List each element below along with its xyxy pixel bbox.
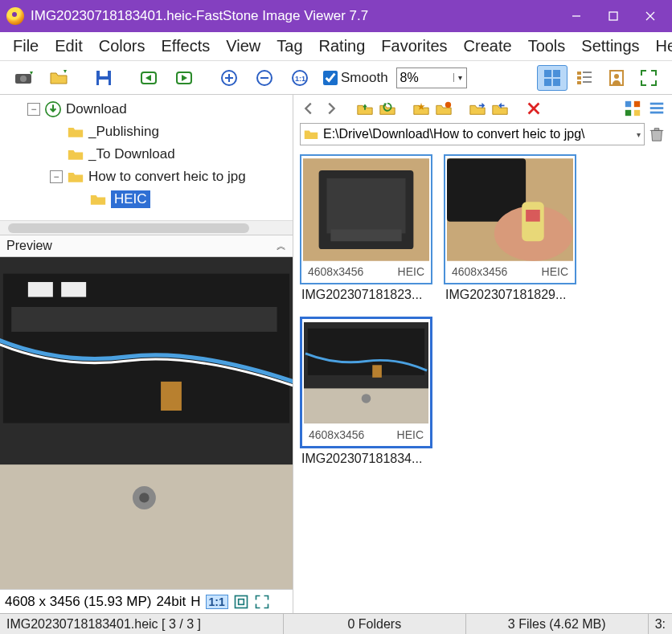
smooth-checkbox[interactable] [323, 71, 338, 85]
fit-window-icon[interactable] [233, 594, 249, 610]
menu-effects[interactable]: Effects [154, 34, 219, 59]
menu-rating[interactable]: Rating [311, 34, 374, 59]
open-button[interactable] [43, 65, 74, 91]
statusbar: IMG20230718183401.heic [ 3 / 3 ] 0 Folde… [0, 613, 672, 634]
folder-tree[interactable]: −Download_Publishing_To Download−How to … [0, 95, 293, 220]
tree-label: _Publishing [88, 124, 159, 140]
prev-button[interactable] [133, 65, 164, 91]
main-split: −Download_Publishing_To Download−How to … [0, 95, 672, 613]
menu-file[interactable]: File [5, 34, 47, 59]
preview-ratio-button[interactable]: 1:1 [206, 595, 228, 609]
back-icon[interactable] [300, 100, 318, 117]
svg-marker-9 [145, 75, 151, 81]
menu-tools[interactable]: Tools [520, 34, 574, 59]
status-extra: 3: [649, 614, 672, 634]
save-button[interactable] [88, 65, 119, 91]
new-folder-icon[interactable] [435, 100, 453, 117]
tree-row[interactable]: −How to convert heic to jpg [2, 166, 291, 188]
maximize-button[interactable] [595, 0, 632, 32]
svg-text:1:1: 1:1 [295, 75, 305, 83]
status-files: 3 Files (4.62 MB) [466, 614, 649, 634]
menu-view[interactable]: View [218, 34, 268, 59]
zoom-combo[interactable]: ▾ [396, 67, 467, 88]
twisty-icon[interactable]: − [50, 170, 63, 183]
next-button[interactable] [169, 65, 199, 91]
app-icon [6, 7, 24, 25]
list-options-icon[interactable] [648, 100, 666, 117]
twisty-icon[interactable] [72, 193, 85, 206]
tree-label: Download [66, 101, 127, 117]
tree-row[interactable]: _To Download [2, 143, 291, 166]
acquire-button[interactable] [8, 65, 39, 91]
copy-to-icon[interactable] [469, 100, 486, 117]
view-portrait-button[interactable] [601, 65, 632, 91]
menu-settings[interactable]: Settings [573, 34, 647, 59]
view-details-button[interactable] [569, 65, 600, 91]
forward-icon[interactable] [322, 100, 340, 117]
fullscreen-icon[interactable] [254, 594, 270, 610]
svg-rect-35 [161, 382, 182, 411]
twisty-icon[interactable] [50, 125, 63, 138]
tree-label: _To Download [88, 146, 175, 162]
thumb-card[interactable]: 4608x3456HEICIMG202307181829... [444, 154, 576, 305]
tree-label: How to convert heic to jpg [88, 169, 246, 185]
titlebar: IMG20230718183401.heic - FastStone Image… [0, 0, 672, 32]
chevron-down-icon[interactable]: ▾ [637, 130, 641, 139]
preview-header-label: Preview [6, 239, 52, 253]
preview-collapse-icon[interactable]: ︽ [277, 239, 286, 253]
menu-edit[interactable]: Edit [47, 34, 90, 59]
svg-rect-0 [609, 12, 617, 20]
thumb-dims: 4608x3456 [308, 265, 363, 278]
tree-row[interactable]: −Download [2, 98, 291, 121]
svg-rect-54 [326, 178, 405, 234]
up-folder-icon[interactable] [356, 100, 374, 117]
delete-icon[interactable] [525, 100, 543, 117]
menu-tag[interactable]: Tag [268, 34, 310, 59]
menu-colors[interactable]: Colors [91, 34, 154, 59]
zoom-out-button[interactable] [249, 65, 280, 91]
menu-favorites[interactable]: Favorites [373, 34, 455, 59]
svg-rect-60 [526, 210, 540, 222]
thumb-image[interactable] [304, 321, 428, 425]
zoom-dropdown[interactable]: ▾ [453, 73, 466, 82]
view-fullscreen-button[interactable] [633, 65, 664, 91]
grid-options-icon[interactable] [624, 100, 641, 117]
trash-icon[interactable] [648, 125, 666, 143]
thumb-card[interactable]: 4608x3456HEICIMG202307181834... [300, 317, 432, 469]
preview-header: Preview ︽ [0, 235, 293, 257]
preview-code: H [191, 594, 200, 610]
close-button[interactable] [632, 0, 669, 32]
svg-rect-36 [28, 282, 53, 297]
view-thumbnails-button[interactable] [537, 65, 568, 91]
zoom-input[interactable] [397, 69, 453, 87]
menubar: File Edit Colors Effects View Tag Rating… [0, 32, 672, 61]
svg-rect-47 [625, 110, 631, 116]
preview-image[interactable] [0, 257, 293, 589]
svg-rect-65 [372, 365, 382, 378]
zoom-actual-button[interactable]: 1:1 [285, 65, 315, 91]
left-panel: −Download_Publishing_To Download−How to … [0, 95, 293, 613]
move-to-icon[interactable] [491, 100, 509, 117]
twisty-icon[interactable] [50, 148, 63, 161]
menu-create[interactable]: Create [456, 34, 520, 59]
zoom-in-button[interactable] [214, 65, 244, 91]
tree-row[interactable]: _Publishing [2, 121, 291, 143]
tree-row[interactable]: HEIC [2, 188, 291, 211]
thumb-dims: 4608x3456 [309, 428, 364, 441]
svg-rect-62 [304, 388, 428, 423]
thumb-image[interactable] [447, 157, 573, 262]
fav-folder-icon[interactable] [412, 100, 430, 117]
minimize-button[interactable] [558, 0, 595, 32]
refresh-folder-icon[interactable] [379, 100, 396, 117]
menu-help[interactable]: Help [648, 34, 672, 59]
thumb-image[interactable] [303, 157, 429, 262]
thumbnails-area[interactable]: 4608x3456HEICIMG202307181823...4608x3456… [293, 151, 672, 613]
path-dropdown[interactable]: E:\Drive\Download\How to convert heic to… [300, 123, 645, 145]
svg-rect-48 [634, 110, 640, 116]
svg-point-64 [362, 394, 371, 403]
twisty-icon[interactable]: − [27, 103, 40, 116]
svg-rect-18 [544, 79, 551, 86]
tree-h-scrollbar[interactable] [0, 220, 293, 235]
thumb-card[interactable]: 4608x3456HEICIMG202307181823... [300, 154, 432, 305]
thumb-format: HEIC [542, 265, 568, 278]
